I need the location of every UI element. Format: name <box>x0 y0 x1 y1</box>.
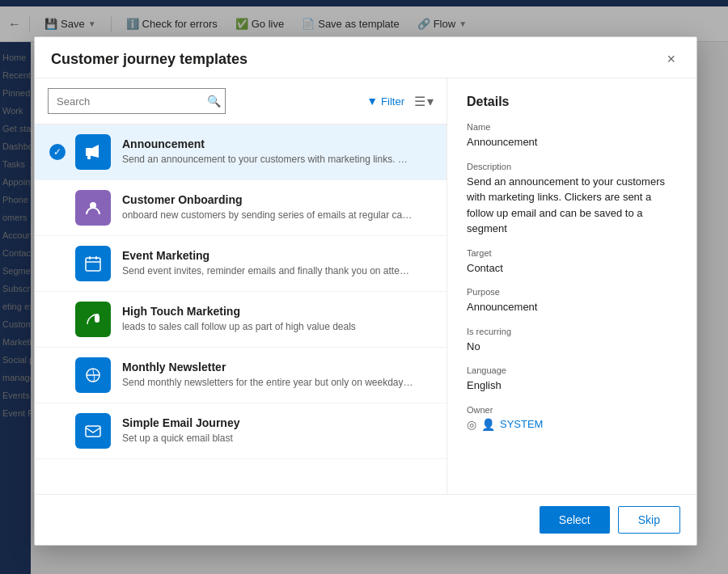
close-button[interactable]: × <box>662 50 680 68</box>
template-name: Customer Onboarding <box>122 193 434 206</box>
template-text: Announcement Send an announcement to you… <box>122 137 434 167</box>
search-bar: 🔍 ▼ Filter ☰ ▾ <box>35 78 447 125</box>
svg-rect-8 <box>95 314 99 323</box>
check-circle-icon: ✓ <box>49 144 66 160</box>
sort-icon: ☰ <box>414 94 425 109</box>
svg-marker-1 <box>92 145 99 158</box>
detail-owner-section: Owner ◎ 👤 SYSTEM <box>467 405 677 431</box>
template-item[interactable]: Monthly Newsletter Send monthly newslett… <box>35 348 447 403</box>
template-name: Announcement <box>122 137 434 150</box>
details-panel: Details Name Announcement Description Se… <box>447 78 696 494</box>
sort-button[interactable]: ☰ ▾ <box>414 94 434 109</box>
description-value: Send an announcement to your customers w… <box>467 174 677 237</box>
owner-person-icon: 👤 <box>481 418 495 431</box>
template-check <box>48 198 67 217</box>
owner-row: ◎ 👤 SYSTEM <box>467 418 677 431</box>
recurring-value: No <box>467 339 677 355</box>
detail-purpose-section: Purpose Announcement <box>467 287 677 315</box>
template-description: Send monthly newsletters for the entire … <box>122 376 413 390</box>
purpose-value: Announcement <box>467 299 677 315</box>
template-check <box>48 421 67 441</box>
template-icon <box>75 357 111 393</box>
modal-title: Customer journey templates <box>51 51 248 68</box>
recurring-label: Is recurring <box>467 327 677 336</box>
owner-circle-icon: ◎ <box>467 418 476 431</box>
template-check <box>48 254 67 273</box>
template-description: onboard new customers by sending series … <box>122 209 413 222</box>
owner-label: Owner <box>467 405 677 415</box>
template-description: Set up a quick email blast <box>122 432 413 445</box>
language-value: English <box>467 378 677 394</box>
template-icon <box>75 190 111 226</box>
purpose-label: Purpose <box>467 287 677 297</box>
search-input-wrapper: 🔍 <box>48 88 226 114</box>
template-item[interactable]: Simple Email Journey Set up a quick emai… <box>35 403 447 459</box>
template-icon <box>75 246 111 281</box>
filter-group: ▼ Filter ☰ ▾ <box>366 94 434 109</box>
select-button[interactable]: Select <box>540 506 610 534</box>
svg-rect-10 <box>86 426 100 437</box>
details-heading: Details <box>467 95 677 109</box>
detail-description-section: Description Send an announcement to your… <box>467 162 677 237</box>
template-check <box>48 365 67 385</box>
modal-footer: Select Skip <box>35 494 696 545</box>
template-description: Send event invites, reminder emails and … <box>122 264 413 278</box>
template-description: Send an announcement to your customers w… <box>122 153 413 167</box>
template-name: Event Marketing <box>122 249 434 262</box>
owner-name: SYSTEM <box>500 418 543 430</box>
template-item[interactable]: High Touch Marketing leads to sales call… <box>35 292 447 348</box>
sort-chevron-icon: ▾ <box>427 94 434 109</box>
modal-body: 🔍 ▼ Filter ☰ ▾ ✓ <box>35 78 696 494</box>
template-text: Monthly Newsletter Send monthly newslett… <box>122 361 434 390</box>
filter-icon: ▼ <box>366 95 378 108</box>
template-description: leads to sales call follow up as part of… <box>122 320 413 334</box>
target-label: Target <box>467 248 677 258</box>
template-name: Simple Email Journey <box>122 416 434 429</box>
template-text: High Touch Marketing leads to sales call… <box>122 305 434 334</box>
template-check: ✓ <box>48 142 67 162</box>
template-list-panel: 🔍 ▼ Filter ☰ ▾ ✓ <box>35 78 447 494</box>
detail-target-section: Target Contact <box>467 248 677 276</box>
template-icon <box>75 302 111 337</box>
svg-rect-4 <box>86 258 100 271</box>
detail-language-section: Language English <box>467 365 677 394</box>
template-item[interactable]: ✓ Announcement Send an announcement to y… <box>35 125 447 180</box>
description-label: Description <box>467 162 677 171</box>
template-list: ✓ Announcement Send an announcement to y… <box>35 125 447 494</box>
svg-rect-0 <box>86 148 92 156</box>
template-icon <box>75 134 111 170</box>
detail-name-section: Name Announcement <box>467 122 677 150</box>
template-icon <box>75 413 111 449</box>
template-item[interactable]: Customer Onboarding onboard new customer… <box>35 180 447 236</box>
search-input[interactable] <box>48 88 226 114</box>
template-item[interactable]: Event Marketing Send event invites, remi… <box>35 236 447 292</box>
name-label: Name <box>467 122 677 132</box>
filter-label: Filter <box>381 95 404 108</box>
template-text: Simple Email Journey Set up a quick emai… <box>122 416 434 445</box>
template-check <box>48 310 67 329</box>
detail-recurring-section: Is recurring No <box>467 327 677 355</box>
template-text: Customer Onboarding onboard new customer… <box>122 193 434 222</box>
language-label: Language <box>467 365 677 375</box>
search-icon[interactable]: 🔍 <box>207 95 221 108</box>
target-value: Contact <box>467 260 677 276</box>
name-value: Announcement <box>467 134 677 150</box>
svg-rect-2 <box>87 156 91 159</box>
template-name: High Touch Marketing <box>122 305 434 318</box>
skip-button[interactable]: Skip <box>618 506 680 534</box>
modal-header: Customer journey templates × <box>35 37 696 78</box>
filter-button[interactable]: ▼ Filter <box>366 95 404 108</box>
customer-journey-templates-modal: Customer journey templates × 🔍 ▼ Filter … <box>34 36 697 546</box>
template-text: Event Marketing Send event invites, remi… <box>122 249 434 278</box>
template-name: Monthly Newsletter <box>122 361 434 374</box>
